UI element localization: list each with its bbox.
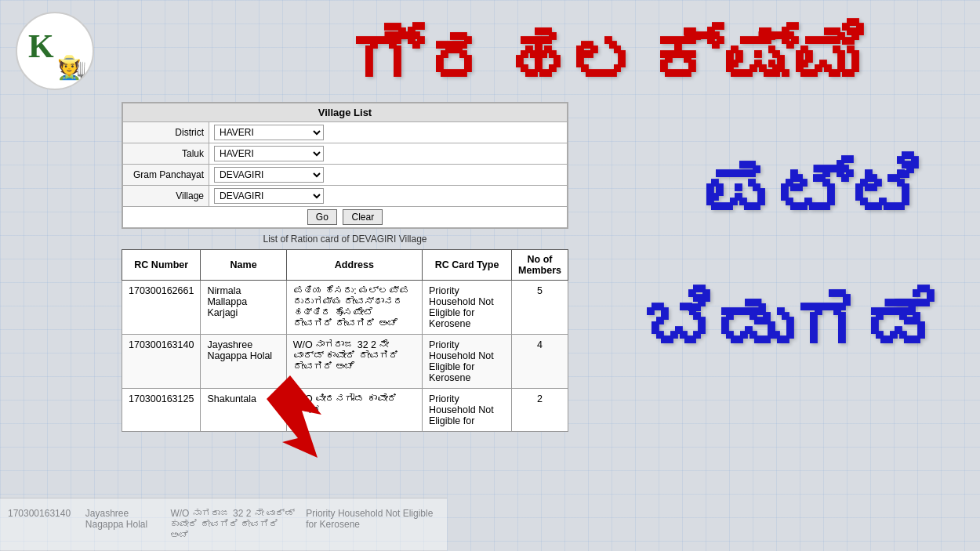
button-row: Go Clear [123,207,568,228]
col-header-name: Name [201,250,286,281]
district-select[interactable]: HAVERI [214,125,324,140]
col-header-members: No of Members [512,250,568,281]
faded-address: W/O ನಾಗರಾಜ 32 2 ನೇ ವಾರ್ಡ್ ಕಾವೇರಿ ದೇವಗಿರಿ… [167,505,303,544]
col-header-rc-number: RC Number [122,250,201,281]
logo-letter: K [28,27,54,65]
logo-figure: 🧑‍🌾 [57,53,86,81]
village-cell: DEVAGIRI [209,186,568,207]
faded-rctype: Priority Household Not Eligible for Kero… [303,505,442,544]
col-header-rc-card-type: RC Card Type [422,250,511,281]
taluk-cell: HAVERI [209,143,568,165]
cell-rc-card-type: Priority Household Not Eligible for Kero… [422,335,511,389]
village-label: Village [123,186,209,207]
cell-rc-number: 170300163140 [122,335,201,389]
gram-panchayat-select[interactable]: DEVAGIRI [214,167,324,183]
cell-rc-card-type: Priority Household Not Eligible for Kero… [422,281,511,335]
main-content: Village List District HAVERI Taluk HAVER… [122,102,568,432]
cell-members: 5 [512,281,568,335]
district-cell: HAVERI [209,122,568,143]
district-label: District [123,122,209,143]
table-row: 170300162661 Nirmala Mallappa Karjagi ಪತ… [122,281,568,335]
taluk-select[interactable]: HAVERI [214,146,324,161]
cell-address: W/O ನಾಗರಾಜ 32 2 ನೇ ವಾರ್ಡ್ ಕಾವೇರಿ ದೇವಗಿರಿ… [286,335,422,389]
cell-name: Nirmala Mallappa Karjagi [201,281,286,335]
table-row: 170300163125 Shakuntala W/O ವೀರನಗೌಡ ಕಾವೇ… [122,389,568,432]
faded-bottom-rows: 170300163140 Jayashree Nagappa Holal W/O… [0,498,447,551]
table-row: 170300163140 Jayashree Nagappa Holal W/O… [122,335,568,389]
form-title: Village List [123,103,568,122]
cell-members: 4 [512,335,568,389]
gram-panchayat-cell: DEVAGIRI [209,165,568,186]
gram-panchayat-label: Gram Panchayat [123,165,209,186]
cell-address: W/O ವೀರನಗೌಡ ಕಾವೇರಿ ತಾಲೂಕ [286,389,422,432]
cell-name: Jayashree Nagappa Holal [201,335,286,389]
faded-rc: 170300163140 [5,505,82,544]
faded-name: Jayashree Nagappa Holal [82,505,168,544]
ration-card-table: RC Number Name Address RC Card Type No o… [122,249,568,432]
cell-address: ಪತಿಯ ಹೆಸರು: ಮಲ್ಲಪ್ಪ ದುರುಗಮ್ಮ ದೇವಸ್ಥಾನದ ಹ… [286,281,422,335]
clear-button[interactable]: Clear [343,209,383,225]
village-select[interactable]: DEVAGIRI [214,188,324,204]
list-caption: List of Ration card of DEVAGIRI Village [122,234,568,245]
cell-rc-number: 170300163125 [122,389,201,432]
taluk-label: Taluk [123,143,209,165]
cell-rc-card-type: Priority Household Not Eligible for [422,389,511,432]
go-button[interactable]: Go [307,209,337,225]
cell-rc-number: 170300162661 [122,281,201,335]
cell-name: Shakuntala [201,389,286,432]
col-header-address: Address [286,250,422,281]
cell-members: 2 [512,389,568,432]
village-list-form: Village List District HAVERI Taluk HAVER… [122,102,568,229]
logo: K 🧑‍🌾 [16,12,94,90]
